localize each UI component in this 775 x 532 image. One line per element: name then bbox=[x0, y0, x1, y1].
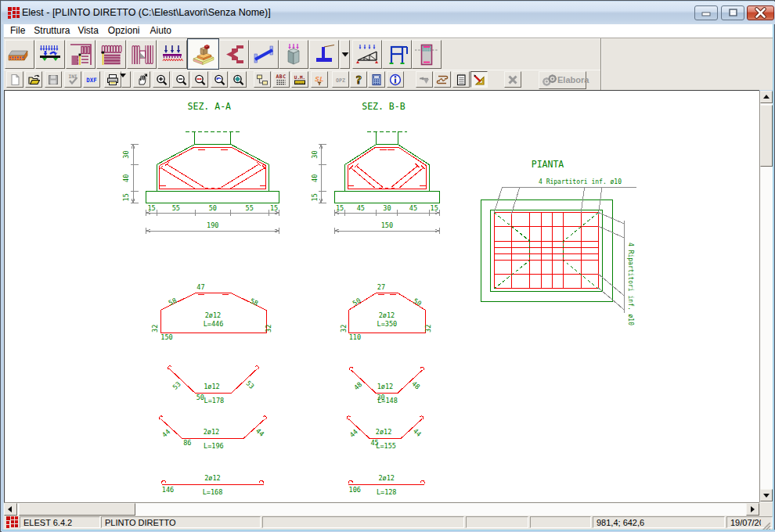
vertical-scroll-thumb[interactable] bbox=[760, 105, 773, 167]
cad-label: L=155 bbox=[376, 442, 396, 450]
help-label: ? bbox=[355, 74, 362, 86]
toolbar-button-telaio[interactable] bbox=[382, 40, 412, 69]
opz-label: OPZ bbox=[336, 77, 345, 83]
toolbar-button-plinto[interactable] bbox=[187, 38, 219, 70]
toolbar-button-calcolo[interactable] bbox=[368, 71, 385, 88]
menu-item-aiuto[interactable]: Aiuto bbox=[150, 24, 171, 38]
toolbar-button-sezione-pilastro[interactable] bbox=[412, 40, 442, 69]
cad-label: 53 bbox=[171, 380, 182, 391]
muro-sostegno-dropdown[interactable] bbox=[340, 40, 350, 69]
toolbar-button-print-options[interactable] bbox=[121, 71, 131, 88]
parete-nervata-icon bbox=[99, 43, 123, 66]
diagrammi-icon bbox=[418, 74, 431, 86]
menu-item-vista[interactable]: Vista bbox=[78, 24, 98, 38]
cad-label: 146 bbox=[162, 486, 174, 494]
pianta-inner bbox=[491, 210, 602, 292]
cad-slab bbox=[146, 192, 279, 203]
cad-label: 48 bbox=[410, 379, 421, 390]
minimize-button[interactable] bbox=[694, 5, 718, 20]
toolbar-button-print[interactable] bbox=[104, 71, 121, 88]
cad-label: 32 bbox=[265, 325, 273, 332]
toolbar-button-mensola[interactable] bbox=[219, 40, 249, 69]
mensola-icon bbox=[222, 43, 246, 66]
window-frame-right bbox=[773, 24, 773, 530]
cad-label: L=168 bbox=[203, 488, 223, 496]
menu-item-file[interactable]: File bbox=[10, 24, 25, 38]
toolbar-button-zoom-previous[interactable] bbox=[211, 71, 228, 88]
cad-label: 2ø12 bbox=[378, 474, 394, 482]
toolbar-button-pilastro[interactable] bbox=[279, 40, 308, 69]
cad-label: 110 bbox=[349, 333, 361, 341]
sezione-pilastro-icon bbox=[415, 43, 438, 66]
cad-path bbox=[259, 480, 263, 483]
status-panel-text-5: 981,4; 642,6 bbox=[597, 518, 644, 527]
toolbar-standard: INIDXFABCU.M.SLOPZ?Elabora bbox=[4, 70, 773, 90]
toolbar-button-sollecitazioni[interactable] bbox=[434, 71, 451, 88]
cad-line bbox=[494, 213, 530, 242]
cad-label: 44 bbox=[412, 427, 423, 438]
toolbar-button-help[interactable]: ? bbox=[350, 71, 367, 88]
toolbar-button-platea[interactable] bbox=[5, 40, 34, 69]
menu-bar: FileStrutturaVistaOpzioniAiuto bbox=[4, 24, 773, 38]
toolbar-button-relazione[interactable] bbox=[452, 71, 470, 88]
toolbar-button-zoom-extent-h[interactable] bbox=[191, 71, 208, 88]
menu-item-struttura[interactable]: Struttura bbox=[34, 24, 70, 38]
cad-label: 30 bbox=[123, 150, 131, 158]
toolbar-button-info[interactable] bbox=[387, 71, 404, 88]
toolbar-button-pan[interactable] bbox=[133, 71, 150, 88]
horizontal-scrollbar[interactable] bbox=[4, 502, 759, 516]
cad-label: 55 bbox=[172, 204, 180, 212]
scroll-left-button[interactable] bbox=[4, 503, 17, 516]
toolbar-button-parete-nervata[interactable] bbox=[96, 40, 126, 69]
toolbar-button-sezioni-sl[interactable]: SL bbox=[311, 71, 328, 88]
toolbar-button-dxf-export[interactable]: DXF bbox=[83, 71, 100, 88]
scroll-right-button[interactable] bbox=[746, 503, 759, 516]
toolbar-button-testi-abc[interactable]: ABC bbox=[272, 71, 290, 88]
cad-label: L=196 bbox=[204, 442, 224, 450]
platea-icon bbox=[8, 43, 31, 66]
toolbar-button-new[interactable] bbox=[6, 71, 23, 88]
cad-label: 45 bbox=[409, 204, 417, 212]
cad-label: 50 bbox=[412, 297, 423, 307]
toolbar-button-ini-check[interactable]: INI bbox=[64, 71, 81, 88]
scroll-down-button[interactable] bbox=[760, 489, 773, 501]
vertical-scrollbar[interactable] bbox=[759, 91, 773, 502]
toolbar-button-disegno[interactable] bbox=[470, 71, 488, 88]
toolbar-button-zoom-out[interactable] bbox=[172, 71, 189, 88]
toolbar-button-zoom-in[interactable] bbox=[153, 71, 170, 88]
toolbar-button-solaio-foro[interactable] bbox=[127, 40, 157, 69]
title-bar[interactable]: Elest - [PLINTO DIRETTO (C:\Elest\Lavori… bbox=[2, 2, 775, 24]
toolbar-button-zoom-all[interactable] bbox=[229, 71, 247, 88]
toolbar-button-trave-inclinata[interactable] bbox=[249, 40, 279, 69]
close-button[interactable] bbox=[747, 5, 774, 20]
toolbar-button-parete-angolo[interactable] bbox=[66, 40, 96, 69]
sollecitazioni-icon bbox=[436, 74, 449, 86]
toolbar-button-diagrammi[interactable] bbox=[416, 71, 433, 88]
toolbar-button-unita-misura[interactable]: U.M. bbox=[291, 71, 308, 88]
pianta-label-top: 4 Ripartitori inf. ø10 bbox=[539, 178, 622, 185]
toolbar-button-carico-terreno[interactable] bbox=[157, 40, 187, 69]
gears-icon bbox=[541, 74, 558, 87]
drawing-canvas[interactable]: 3040151555505515190SEZ. A-A3040151545304… bbox=[4, 90, 759, 502]
maximize-button[interactable] bbox=[721, 5, 744, 20]
menu-item-opzioni[interactable]: Opzioni bbox=[108, 24, 140, 38]
cad-label: 27 bbox=[377, 283, 385, 291]
arrow-left-icon bbox=[5, 504, 16, 515]
toolbar-button-opzioni[interactable]: OPZ bbox=[332, 71, 349, 88]
toolbar-button-trave-su-appoggi[interactable] bbox=[35, 40, 65, 69]
toolbar-button-open[interactable] bbox=[25, 71, 42, 88]
toolbar-button-annulla[interactable] bbox=[504, 71, 521, 88]
calcolo-icon bbox=[370, 74, 383, 86]
toolbar-button-muro-sostegno[interactable] bbox=[309, 40, 339, 69]
resize-grip[interactable] bbox=[759, 520, 770, 529]
scroll-up-button[interactable] bbox=[760, 91, 773, 103]
toolbar-button-capriata[interactable] bbox=[352, 40, 382, 69]
pilastro-icon bbox=[282, 43, 305, 66]
toolbar-button-save[interactable] bbox=[45, 71, 62, 88]
cad-label: 30 bbox=[383, 204, 391, 212]
toolbar-button-schema[interactable] bbox=[254, 71, 271, 88]
horizontal-scroll-thumb[interactable] bbox=[19, 503, 135, 516]
zoom-previous-icon bbox=[213, 74, 225, 86]
toolbar-button-elabora[interactable]: Elabora bbox=[539, 71, 586, 89]
cad-label: 15 bbox=[336, 204, 344, 212]
